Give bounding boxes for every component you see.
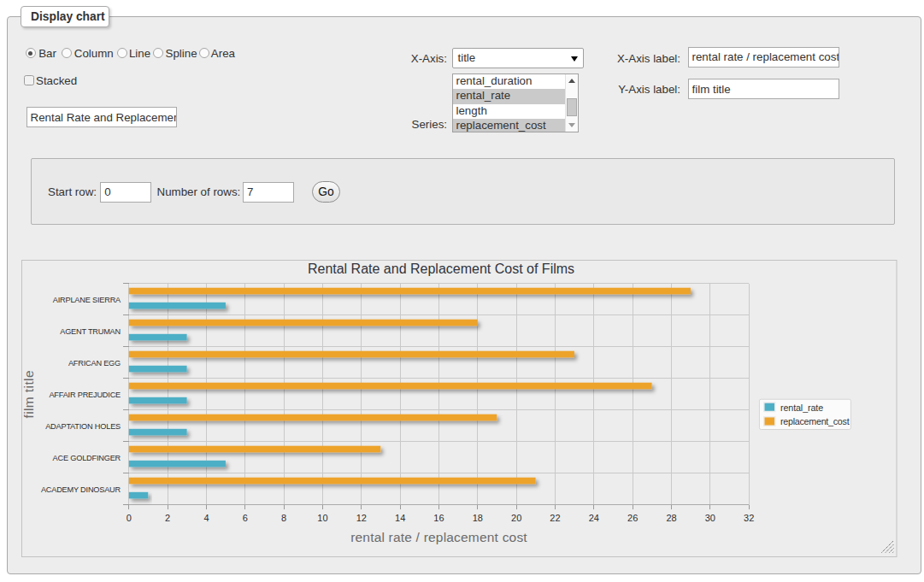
svg-text:ADAPTATION HOLES: ADAPTATION HOLES xyxy=(45,421,121,430)
svg-text:AFFAIR PREJUDICE: AFFAIR PREJUDICE xyxy=(49,390,121,398)
svg-text:28: 28 xyxy=(666,513,676,523)
svg-text:AFRICAN EGG: AFRICAN EGG xyxy=(68,358,120,367)
svg-text:2: 2 xyxy=(165,513,170,523)
svg-text:12: 12 xyxy=(356,513,366,523)
svg-text:14: 14 xyxy=(395,513,405,523)
svg-text:8: 8 xyxy=(281,513,286,523)
svg-text:10: 10 xyxy=(317,513,327,523)
svg-text:ACE GOLDFINGER: ACE GOLDFINGER xyxy=(52,453,121,461)
svg-text:Rental Rate and Replacement Co: Rental Rate and Replacement Cost of Film… xyxy=(308,261,574,275)
svg-text:26: 26 xyxy=(627,513,638,523)
svg-text:0: 0 xyxy=(126,513,131,523)
svg-text:rental_rate: rental_rate xyxy=(780,402,823,412)
svg-text:18: 18 xyxy=(472,513,482,523)
svg-text:AIRPLANE SIERRA: AIRPLANE SIERRA xyxy=(52,295,121,303)
svg-text:ACADEMY DINOSAUR: ACADEMY DINOSAUR xyxy=(40,485,121,493)
svg-text:32: 32 xyxy=(744,513,754,523)
svg-text:6: 6 xyxy=(242,513,247,523)
svg-text:16: 16 xyxy=(433,513,444,523)
svg-text:4: 4 xyxy=(203,513,209,523)
svg-text:film title: film title xyxy=(21,370,36,419)
svg-text:rental rate / replacement cost: rental rate / replacement cost xyxy=(350,530,527,544)
svg-text:30: 30 xyxy=(704,513,715,523)
svg-text:24: 24 xyxy=(588,513,598,523)
svg-text:AGENT TRUMAN: AGENT TRUMAN xyxy=(60,326,121,335)
svg-text:20: 20 xyxy=(511,513,521,523)
svg-text:replacement_cost: replacement_cost xyxy=(780,416,850,426)
svg-text:22: 22 xyxy=(550,513,560,523)
